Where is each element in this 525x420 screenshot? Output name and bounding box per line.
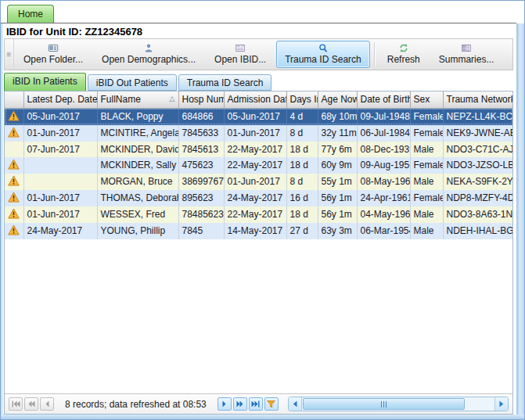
row-indicator-cell[interactable] [5,157,23,174]
scrollbar-thumb[interactable] [303,398,465,410]
table-cell-date-of-birth[interactable]: 09-Jul-1948 [357,108,410,125]
tab-ibid-in-patients[interactable]: iBID In Patients [4,73,86,91]
table-cell-trauma-network-id[interactable]: NDO3-C71C-AJCK [443,142,512,157]
table-cell-days-in[interactable]: 4 d [286,108,318,125]
table-cell-date-of-birth[interactable]: 06-Jul-1984 [357,125,410,142]
table-cell-date-of-birth[interactable]: 04-May-1961 [357,206,410,223]
table-cell-sex[interactable]: Female [410,157,443,174]
table-row[interactable]: 01-Jun-2017WESSEX, Fred7848562322-May-20… [5,206,512,223]
table-cell-latest-dep-date[interactable] [23,174,97,190]
tab-home[interactable]: Home [7,5,54,23]
table-cell-full-name[interactable]: MCINTIRE, Angela [97,125,178,142]
table-cell-admission-date[interactable]: 22-May-2017 [224,142,286,157]
table-cell-hosp-number[interactable]: 7845 [178,223,224,239]
table-cell-latest-dep-date[interactable]: 07-Jun-2017 [23,142,97,157]
table-cell-sex[interactable]: Male [410,142,443,157]
tab-ibid-out-patients[interactable]: iBID Out Patients [88,74,177,91]
open-folder-button[interactable]: Open Folder... [15,41,92,68]
table-cell-trauma-network-id[interactable]: NDP8-MZFY-4D7J [443,190,512,206]
open-ibid-button[interactable]: Open IBID... [206,41,275,68]
row-indicator-cell[interactable] [5,174,23,190]
table-cell-admission-date[interactable]: 14-May-2017 [224,223,286,239]
column-header[interactable]: Days In [286,92,318,108]
table-cell-full-name[interactable]: MCKINDER, David [97,142,178,157]
nav-prev-page-button[interactable] [24,397,38,411]
table-cell-latest-dep-date[interactable]: 01-Jun-2017 [23,125,97,142]
row-indicator-cell[interactable] [5,142,23,157]
table-cell-days-in[interactable]: 18 d [286,142,318,157]
column-header[interactable]: FullName△ [97,92,178,108]
table-cell-admission-date[interactable]: 24-May-2017 [224,190,286,206]
table-cell-age-now[interactable]: 56y 1m [318,190,357,206]
column-header[interactable]: Hosp Number [178,92,224,108]
open-demographics-button[interactable]: Open Demographics... [93,41,204,68]
table-cell-full-name[interactable]: WESSEX, Fred [97,206,178,223]
table-cell-date-of-birth[interactable]: 08-May-1962 [357,174,410,190]
table-row[interactable]: 01-Jun-2017THOMAS, Deborah89562324-May-2… [5,190,512,206]
table-cell-full-name[interactable]: MORGAN, Bruce [97,174,178,190]
column-header[interactable]: Sex [410,92,443,108]
table-cell-sex[interactable]: Male [410,223,443,239]
row-indicator-cell[interactable] [5,125,23,142]
table-cell-trauma-network-id[interactable]: NEK9-JWNE-ABBU [443,125,512,142]
table-cell-trauma-network-id[interactable]: NDEH-IHAL-BGHL [443,223,512,239]
table-cell-sex[interactable]: Female [410,108,443,125]
column-header[interactable]: Latest Dep. Date [23,92,97,108]
column-header-indicator[interactable] [5,92,23,108]
table-cell-days-in[interactable]: 8 d [286,125,318,142]
table-cell-trauma-network-id[interactable]: NEKA-S9FK-2YFJ [443,174,512,190]
table-row[interactable]: 01-Jun-2017MCINTIRE, Angela784563301-Jun… [5,125,512,142]
nav-next-page-button[interactable] [233,397,247,411]
table-cell-age-now[interactable]: 63y 3m [318,223,357,239]
table-cell-days-in[interactable]: 27 d [286,223,318,239]
table-cell-age-now[interactable]: 55y 1m [318,174,357,190]
nav-next-record-button[interactable] [218,397,232,411]
column-header[interactable]: Admission Date [224,92,286,108]
table-cell-days-in[interactable]: 16 d [286,190,318,206]
table-row[interactable]: 24-May-2017YOUNG, Phillip784514-May-2017… [5,223,512,239]
table-cell-sex[interactable]: Female [410,125,443,142]
column-header[interactable]: Date of Birth [357,92,410,108]
table-cell-date-of-birth[interactable]: 24-Apr-1961 [357,190,410,206]
table-cell-date-of-birth[interactable]: 09-Aug-1956 [357,157,410,174]
table-cell-age-now[interactable]: 56y 1m [318,206,357,223]
table-cell-latest-dep-date[interactable]: 24-May-2017 [23,223,97,239]
table-cell-full-name[interactable]: MCKINDER, Sally [97,157,178,174]
trauma-id-search-button[interactable]: Trauma ID Search [276,41,370,68]
column-header[interactable]: Age Now [318,92,357,108]
scrollbar-track[interactable] [302,397,494,411]
table-cell-full-name[interactable]: BLACK, Poppy [97,108,178,125]
table-cell-sex[interactable]: Female [410,190,443,206]
table-cell-latest-dep-date[interactable]: 01-Jun-2017 [23,206,97,223]
row-indicator-cell[interactable] [5,223,23,239]
table-row[interactable]: MCKINDER, Sally47562322-May-201718 d60y … [5,157,512,174]
table-cell-age-now[interactable]: 68y 10m [318,108,357,125]
table-cell-days-in[interactable]: 18 d [286,157,318,174]
table-cell-age-now[interactable]: 77y 6m [318,142,357,157]
nav-last-record-button[interactable] [249,397,263,411]
table-cell-days-in[interactable]: 18 d [286,206,318,223]
table-cell-admission-date[interactable]: 01-Jun-2017 [224,125,286,142]
table-cell-hosp-number[interactable]: 78485623 [178,206,224,223]
table-row[interactable]: MORGAN, Bruce38699767801-Jun-20178 d55y … [5,174,512,190]
scroll-left-button[interactable] [289,397,302,411]
table-cell-sex[interactable]: Male [410,206,443,223]
table-cell-full-name[interactable]: YOUNG, Phillip [97,223,178,239]
nav-first-record-button[interactable] [9,397,23,411]
table-cell-date-of-birth[interactable]: 08-Dec-1939 [357,142,410,157]
table-cell-latest-dep-date[interactable]: 05-Jun-2017 [23,108,97,125]
table-cell-age-now[interactable]: 60y 9m [318,157,357,174]
row-indicator-cell[interactable] [5,190,23,206]
table-cell-admission-date[interactable]: 05-Jun-2017 [224,108,286,125]
table-cell-sex[interactable]: Male [410,174,443,190]
table-cell-trauma-network-id[interactable]: NDO3-JZSO-LBJB [443,157,512,174]
table-cell-full-name[interactable]: THOMAS, Deborah [97,190,178,206]
table-cell-trauma-network-id[interactable]: NEPZ-LL4K-BCNX [443,108,512,125]
row-indicator-cell[interactable] [5,206,23,223]
table-cell-hosp-number[interactable]: 7845633 [178,125,224,142]
table-cell-admission-date[interactable]: 22-May-2017 [224,206,286,223]
table-row[interactable]: 05-Jun-2017BLACK, Poppy68486605-Jun-2017… [5,108,512,125]
table-cell-days-in[interactable]: 8 d [286,174,318,190]
nav-prev-record-button[interactable] [40,397,54,411]
table-cell-hosp-number[interactable]: 895623 [178,190,224,206]
